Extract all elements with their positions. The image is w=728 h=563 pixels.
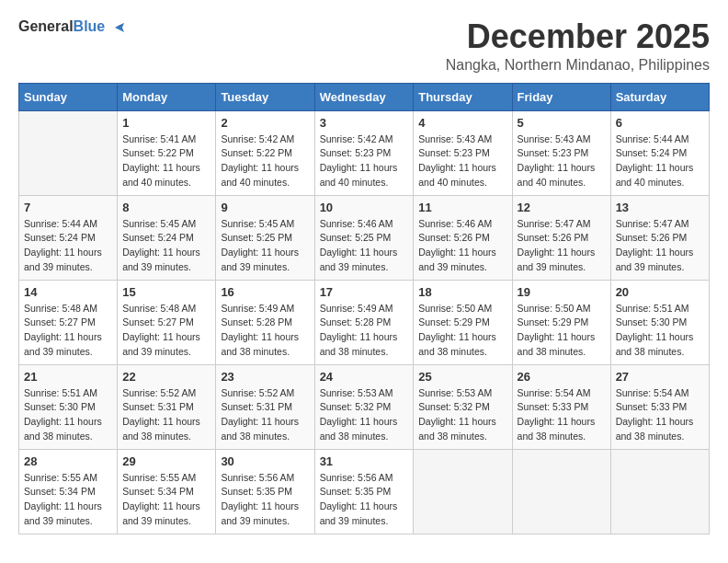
day-number: 24 [320,370,409,384]
calendar-body: 1Sunrise: 5:41 AMSunset: 5:22 PMDaylight… [19,110,710,534]
day-number: 22 [122,370,210,384]
day-info: Sunrise: 5:43 AMSunset: 5:23 PMDaylight:… [418,132,506,190]
calendar-cell: 9Sunrise: 5:45 AMSunset: 5:25 PMDaylight… [216,195,314,280]
calendar-cell: 22Sunrise: 5:52 AMSunset: 5:31 PMDayligh… [118,364,216,449]
day-info: Sunrise: 5:48 AMSunset: 5:27 PMDaylight:… [122,302,210,360]
logo: GeneralBlue [18,18,128,36]
day-number: 6 [616,116,704,130]
day-number: 18 [418,285,506,299]
day-info: Sunrise: 5:44 AMSunset: 5:24 PMDaylight:… [616,132,704,190]
day-info: Sunrise: 5:44 AMSunset: 5:24 PMDaylight:… [24,217,112,275]
col-tuesday: Tuesday [216,83,314,110]
calendar-cell: 17Sunrise: 5:49 AMSunset: 5:28 PMDayligh… [314,280,414,364]
calendar-cell: 7Sunrise: 5:44 AMSunset: 5:24 PMDaylight… [19,195,118,280]
calendar-cell: 13Sunrise: 5:47 AMSunset: 5:26 PMDayligh… [610,195,709,280]
day-info: Sunrise: 5:49 AMSunset: 5:28 PMDaylight:… [320,302,409,360]
day-number: 20 [616,285,704,299]
day-info: Sunrise: 5:53 AMSunset: 5:32 PMDaylight:… [320,386,409,444]
day-number: 30 [221,454,309,468]
calendar-cell [19,110,118,195]
day-number: 31 [320,454,409,468]
day-number: 8 [122,201,210,214]
calendar-cell [610,449,709,534]
day-info: Sunrise: 5:49 AMSunset: 5:28 PMDaylight:… [221,302,309,360]
day-number: 1 [122,116,210,130]
day-info: Sunrise: 5:45 AMSunset: 5:25 PMDaylight:… [221,217,309,275]
day-info: Sunrise: 5:54 AMSunset: 5:33 PMDaylight:… [518,386,606,444]
calendar-cell: 8Sunrise: 5:45 AMSunset: 5:24 PMDaylight… [118,195,216,280]
col-friday: Friday [512,83,610,110]
day-info: Sunrise: 5:55 AMSunset: 5:34 PMDaylight:… [122,471,210,529]
day-info: Sunrise: 5:46 AMSunset: 5:26 PMDaylight:… [418,217,506,275]
calendar-cell: 10Sunrise: 5:46 AMSunset: 5:25 PMDayligh… [314,195,414,280]
col-saturday: Saturday [610,83,709,110]
day-info: Sunrise: 5:48 AMSunset: 5:27 PMDaylight:… [24,302,112,360]
day-info: Sunrise: 5:51 AMSunset: 5:30 PMDaylight:… [24,386,112,444]
day-number: 7 [24,201,112,214]
day-number: 25 [418,370,506,384]
calendar-cell: 11Sunrise: 5:46 AMSunset: 5:26 PMDayligh… [414,195,512,280]
calendar-cell: 25Sunrise: 5:53 AMSunset: 5:32 PMDayligh… [414,364,512,449]
day-number: 27 [616,370,704,384]
calendar-cell: 23Sunrise: 5:52 AMSunset: 5:31 PMDayligh… [216,364,314,449]
day-number: 19 [518,285,606,299]
calendar-cell: 2Sunrise: 5:42 AMSunset: 5:22 PMDaylight… [216,110,314,195]
day-number: 11 [418,201,506,214]
day-info: Sunrise: 5:52 AMSunset: 5:31 PMDaylight:… [122,386,210,444]
day-number: 26 [518,370,606,384]
calendar-cell: 27Sunrise: 5:54 AMSunset: 5:33 PMDayligh… [610,364,709,449]
header-row: Sunday Monday Tuesday Wednesday Thursday… [19,83,710,110]
day-number: 28 [24,454,112,468]
day-number: 21 [24,370,112,384]
calendar-cell: 26Sunrise: 5:54 AMSunset: 5:33 PMDayligh… [512,364,610,449]
calendar-week-5: 28Sunrise: 5:55 AMSunset: 5:34 PMDayligh… [19,449,710,534]
day-info: Sunrise: 5:51 AMSunset: 5:30 PMDaylight:… [616,302,704,360]
day-info: Sunrise: 5:56 AMSunset: 5:35 PMDaylight:… [221,471,309,529]
day-info: Sunrise: 5:47 AMSunset: 5:26 PMDaylight:… [616,217,704,275]
day-number: 29 [122,454,210,468]
calendar-cell: 29Sunrise: 5:55 AMSunset: 5:34 PMDayligh… [118,449,216,534]
col-thursday: Thursday [414,83,512,110]
day-number: 10 [320,201,409,214]
day-number: 14 [24,285,112,299]
day-info: Sunrise: 5:47 AMSunset: 5:26 PMDaylight:… [518,217,606,275]
page-header: GeneralBlue December 2025 Nangka, Northe… [18,18,710,74]
day-info: Sunrise: 5:42 AMSunset: 5:22 PMDaylight:… [221,132,309,190]
month-title: December 2025 [446,18,710,55]
calendar-week-1: 1Sunrise: 5:41 AMSunset: 5:22 PMDaylight… [19,110,710,195]
day-number: 5 [518,116,606,130]
calendar-header: Sunday Monday Tuesday Wednesday Thursday… [19,83,710,110]
calendar-cell: 14Sunrise: 5:48 AMSunset: 5:27 PMDayligh… [19,280,118,364]
day-number: 23 [221,370,309,384]
calendar-cell: 16Sunrise: 5:49 AMSunset: 5:28 PMDayligh… [216,280,314,364]
day-info: Sunrise: 5:41 AMSunset: 5:22 PMDaylight:… [122,132,210,190]
calendar-cell: 12Sunrise: 5:47 AMSunset: 5:26 PMDayligh… [512,195,610,280]
day-info: Sunrise: 5:50 AMSunset: 5:29 PMDaylight:… [418,302,506,360]
title-area: December 2025 Nangka, Northern Mindanao,… [446,18,710,74]
day-info: Sunrise: 5:53 AMSunset: 5:32 PMDaylight:… [418,386,506,444]
day-number: 12 [518,201,606,214]
calendar-week-3: 14Sunrise: 5:48 AMSunset: 5:27 PMDayligh… [19,280,710,364]
col-sunday: Sunday [19,83,118,110]
calendar-cell: 15Sunrise: 5:48 AMSunset: 5:27 PMDayligh… [118,280,216,364]
day-info: Sunrise: 5:54 AMSunset: 5:33 PMDaylight:… [616,386,704,444]
calendar-cell: 24Sunrise: 5:53 AMSunset: 5:32 PMDayligh… [314,364,414,449]
col-wednesday: Wednesday [314,83,414,110]
day-info: Sunrise: 5:55 AMSunset: 5:34 PMDaylight:… [24,471,112,529]
calendar-cell: 6Sunrise: 5:44 AMSunset: 5:24 PMDaylight… [610,110,709,195]
svg-marker-0 [115,23,124,32]
calendar-cell: 4Sunrise: 5:43 AMSunset: 5:23 PMDaylight… [414,110,512,195]
day-number: 4 [418,116,506,130]
calendar-cell: 21Sunrise: 5:51 AMSunset: 5:30 PMDayligh… [19,364,118,449]
day-number: 17 [320,285,409,299]
day-info: Sunrise: 5:50 AMSunset: 5:29 PMDaylight:… [518,302,606,360]
calendar-cell: 18Sunrise: 5:50 AMSunset: 5:29 PMDayligh… [414,280,512,364]
day-number: 13 [616,201,704,214]
calendar-cell: 1Sunrise: 5:41 AMSunset: 5:22 PMDaylight… [118,110,216,195]
day-number: 16 [221,285,309,299]
calendar-cell: 5Sunrise: 5:43 AMSunset: 5:23 PMDaylight… [512,110,610,195]
calendar-cell [512,449,610,534]
day-info: Sunrise: 5:46 AMSunset: 5:25 PMDaylight:… [320,217,409,275]
day-number: 3 [320,116,409,130]
logo-bird-icon [111,19,128,36]
